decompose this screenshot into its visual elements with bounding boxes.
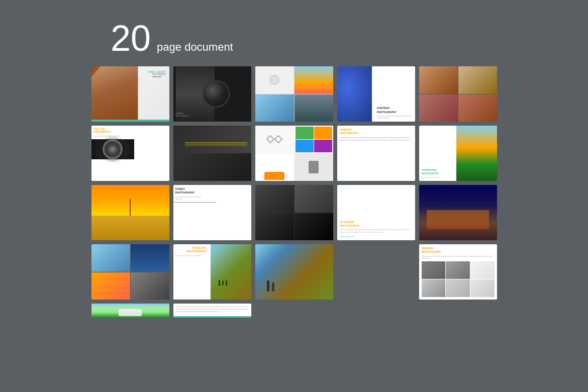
- page-thumb-12[interactable]: STREETPHOTOGRAPHY Lorem ipsum dolor sit …: [173, 185, 251, 240]
- page-thumb-9[interactable]: INTERIORPHOTOGRAPHY Lorem ipsum dolor si…: [337, 126, 415, 181]
- studio-white: [255, 66, 294, 94]
- dark-water: [295, 94, 333, 122]
- interior-diamonds: [255, 126, 294, 153]
- street-dark-4: [295, 213, 333, 241]
- street-photos: [173, 202, 216, 203]
- page-thumb-14[interactable]: CITYSCAPEPHOTOGRAPHY Lorem ipsum dolor s…: [337, 185, 415, 240]
- page-thumb-17[interactable]: TRAVELINGPHOTOGRAPHY Lorem ipsum dolor s…: [173, 244, 251, 300]
- portrait-title: PORTRAITPHOTOGRAPHY: [377, 107, 413, 114]
- guitar-body: [173, 153, 251, 181]
- camera-caption: CAMERAPHOTOGRAPHY: [176, 113, 189, 118]
- people-group: [219, 277, 243, 288]
- color-orange: [314, 127, 332, 139]
- traveling-text: TRAVELINGPHOTOGRAPHY Lorem ipsum dolor s…: [173, 244, 209, 300]
- sofa-photo: [255, 154, 294, 181]
- page-thumb-10[interactable]: LANDSCAPESPHOTOGRAPHY Lorem ipsum dolor …: [419, 126, 497, 181]
- page-thumb-11[interactable]: [91, 185, 169, 240]
- street-dark-1: [255, 185, 294, 213]
- landscape-body: Lorem ipsum dolor sit amet: [422, 176, 452, 178]
- wp-3: [470, 261, 495, 279]
- chair: [309, 161, 319, 173]
- page-thumb-7[interactable]: [173, 126, 251, 181]
- portrait-body: Lorem ipsum dolor sit amet consectetur a…: [377, 115, 413, 119]
- tree-silhouette: [130, 199, 131, 216]
- color-green: [296, 127, 314, 139]
- page-label: page document: [157, 41, 233, 54]
- pages-grid: THE LIGHT PHOTOGRAPHYMAGAZINE CAMERAPHOT…: [81, 66, 507, 318]
- page-thumb-21[interactable]: [173, 304, 251, 318]
- page-thumb-3[interactable]: [255, 66, 333, 122]
- cover-subtitle: PHOTOGRAPHYMAGAZINE: [152, 73, 166, 78]
- page-count: 20: [111, 20, 151, 56]
- city-photo-4: [131, 272, 169, 300]
- street-title: STREETPHOTOGRAPHY: [175, 187, 207, 194]
- page-thumb-5[interactable]: [419, 66, 497, 122]
- studio-circle: [269, 75, 279, 85]
- page-thumb-2[interactable]: CAMERAPHOTOGRAPHY: [173, 66, 251, 122]
- landscape-photo: [456, 126, 497, 181]
- mosaic-photo-1: [419, 66, 458, 94]
- page-thumb-18[interactable]: [255, 244, 333, 300]
- person-2: [222, 280, 224, 285]
- page-thumb-15[interactable]: [419, 185, 497, 240]
- page-thumb-1[interactable]: THE LIGHT PHOTOGRAPHYMAGAZINE: [91, 66, 169, 122]
- street-text: STREETPHOTOGRAPHY Lorem ipsum dolor sit …: [173, 185, 209, 202]
- landscape-text: LANDSCAPESPHOTOGRAPHY Lorem ipsum dolor …: [419, 126, 454, 181]
- cityscape-title: CITYSCAPEPHOTOGRAPHY: [340, 221, 413, 228]
- city-glow: [427, 210, 489, 230]
- camera-lens: [202, 80, 230, 108]
- city-photo-1: [91, 244, 130, 272]
- wp-1: [422, 261, 446, 279]
- page-thumb-13[interactable]: [255, 185, 333, 240]
- cityscape-body: Lorem ipsum dolor sit amet consectetur a…: [340, 229, 413, 234]
- still-body: Lorem ipsum dolor sit amet consectetur: [93, 135, 125, 137]
- page-thumb-16[interactable]: [91, 244, 169, 300]
- page-thumb-19[interactable]: WEDDINGPHOTOGRAPHY Lorem ipsum dolor sit…: [419, 244, 497, 300]
- page-thumb-6[interactable]: STILL LIFEPHOTOGRAPHY Lorem ipsum dolor …: [91, 126, 169, 181]
- portrait-text: PORTRAITPHOTOGRAPHY Lorem ipsum dolor si…: [374, 66, 415, 122]
- page-thumb-4[interactable]: PORTRAITPHOTOGRAPHY Lorem ipsum dolor si…: [337, 66, 415, 122]
- interior-body: Lorem ipsum dolor sit amet consectetur a…: [340, 137, 413, 142]
- wp-5: [446, 279, 470, 297]
- teal-accent-bar: [91, 120, 169, 122]
- landscape-title: LANDSCAPESPHOTOGRAPHY: [422, 169, 452, 175]
- hikers: [267, 272, 322, 291]
- empty-cell-row4-1: [255, 304, 333, 318]
- mosaic-photo-3: [419, 94, 458, 122]
- color-blue: [296, 140, 314, 152]
- empty-cell-row3: [337, 244, 415, 300]
- orange-sofa: [264, 172, 284, 180]
- hiker-2: [272, 282, 274, 291]
- traveling-title: TRAVELINGPHOTOGRAPHY: [175, 246, 207, 253]
- interior-title: INTERIORPHOTOGRAPHY: [340, 128, 413, 135]
- diamond-2: [274, 135, 283, 144]
- empty-cell-row4-2: [337, 304, 415, 318]
- guitar-top: [173, 126, 251, 153]
- blue-water: [255, 94, 294, 122]
- street-dark-3: [255, 213, 294, 241]
- wheat-ground: [91, 216, 169, 241]
- document-header: 20 page document: [0, 0, 588, 66]
- couple-silhouette: [119, 309, 142, 316]
- wp-4: [422, 279, 446, 297]
- watch: [103, 139, 123, 159]
- page-thumb-20[interactable]: [91, 304, 169, 318]
- nails-detail: [337, 66, 372, 122]
- face-area: [91, 66, 138, 122]
- blank-content: [176, 306, 249, 314]
- wp-6: [470, 279, 495, 297]
- wedding-title: WEDDINGPHOTOGRAPHY: [422, 247, 495, 254]
- traveling-body: Lorem ipsum dolor sit amet consectetur: [175, 255, 207, 257]
- page-thumb-8[interactable]: [255, 126, 333, 181]
- city-photo-2: [131, 244, 169, 272]
- sunset-photo: [295, 66, 333, 94]
- diamond-1: [266, 135, 275, 144]
- guitar-strings: [185, 142, 247, 143]
- street-dark-2: [295, 185, 333, 213]
- street-body: Lorem ipsum dolor sit amet consectetur a…: [175, 196, 207, 200]
- wp-2: [446, 261, 470, 279]
- cityscape-link: www.example.com: [340, 236, 413, 238]
- person-1: [219, 280, 220, 286]
- hiker-1: [267, 280, 269, 291]
- still-life-text: STILL LIFEPHOTOGRAPHY Lorem ipsum dolor …: [91, 126, 127, 139]
